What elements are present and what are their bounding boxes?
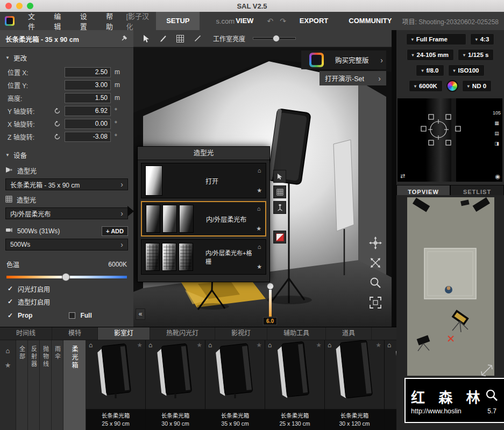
tab-studio-lights[interactable]: 影室灯 — [98, 327, 150, 340]
iso-dropdown[interactable]: ▾ISO100 — [448, 64, 485, 76]
viewport-3d[interactable]: 工作室亮度 — [133, 30, 392, 327]
select-tool-icon[interactable] — [141, 34, 151, 44]
category-umbrellas[interactable]: 雨伞 — [52, 340, 63, 430]
reset-rotation-icon[interactable] — [54, 108, 65, 114]
tab-continuous-lights[interactable]: 影视灯 — [215, 327, 267, 340]
color-wheel-icon[interactable] — [446, 80, 458, 92]
open-demo-set-button[interactable]: 打开演示-Set › — [320, 71, 386, 85]
menu-help[interactable]: 帮助 — [99, 11, 125, 31]
tab-speedlights[interactable]: 热靴闪光灯 — [150, 327, 215, 340]
slider-knob[interactable] — [273, 35, 280, 42]
category-parabolic[interactable]: 抛物线 — [40, 340, 52, 430]
tab-model[interactable]: 模特 — [52, 327, 98, 340]
tab-tools[interactable]: 辅助工具 — [267, 327, 326, 340]
modeling-enabled-checkbox[interactable]: ✓ 造型灯启用 — [0, 293, 133, 306]
section-transform[interactable]: ▼ 更改 — [0, 48, 133, 66]
star-icon[interactable]: ★ — [257, 263, 262, 270]
tab-timeline[interactable]: 时间线 — [0, 327, 52, 340]
aspect-ratio-dropdown[interactable]: ▾4:3 — [470, 33, 495, 45]
orbit-tool-icon[interactable] — [368, 255, 383, 270]
reset-rotation-icon[interactable] — [54, 133, 65, 140]
split-view-icon[interactable]: ◨ — [494, 141, 499, 146]
color-temperature-slider[interactable] — [6, 273, 127, 281]
home-icon[interactable]: ⌂ — [6, 347, 10, 355]
collapse-panel-button[interactable]: « — [136, 309, 145, 320]
section-equipment[interactable]: ▼ 设备 — [0, 145, 133, 163]
softbox-card[interactable]: ⌂ ★ 长条柔光箱30 x 120 cm — [325, 340, 384, 430]
home-icon[interactable]: ⌂ — [208, 341, 212, 349]
diffuser-option-open[interactable]: 打开 ⌂ ★ — [141, 163, 266, 198]
softbox-card[interactable]: ⌂ ★ 长条柔光箱35 x 90 cm — [205, 340, 265, 430]
focus-target-icon[interactable]: ◉ — [495, 173, 500, 180]
light-intensity-slider[interactable]: 6.0 — [266, 283, 274, 325]
grid-view-icon[interactable] — [175, 34, 185, 44]
category-all[interactable]: 全部 — [16, 340, 28, 430]
aperture-dropdown[interactable]: ▾f/8.0 — [416, 64, 444, 76]
star-icon[interactable]: ★ — [316, 341, 322, 349]
menu-settings[interactable]: 设置 — [73, 11, 99, 31]
height-input[interactable] — [65, 93, 111, 103]
white-balance-dropdown[interactable]: ▾6000K — [409, 80, 443, 92]
position-x-input[interactable] — [65, 67, 111, 77]
star-icon[interactable]: ★ — [196, 341, 202, 349]
buy-full-version-button[interactable]: 购买完整版 › — [301, 51, 386, 69]
sensor-format-dropdown[interactable]: ▾Full Frame — [406, 33, 466, 45]
lens-dropdown[interactable]: ▾24-105 mm — [407, 49, 454, 61]
histogram-icon[interactable]: ▤ — [494, 131, 499, 136]
tab-props[interactable]: 道具 — [326, 327, 372, 340]
home-icon[interactable]: ⌂ — [387, 341, 391, 349]
studio-brightness-slider[interactable] — [253, 37, 296, 40]
reset-rotation-icon[interactable] — [54, 120, 65, 127]
rotate-z-input[interactable] — [65, 132, 111, 142]
collapse-triangle-icon[interactable]: ▼ — [5, 153, 10, 157]
diffuser-option-inner-outer[interactable]: 内/外层柔光布 ⌂ ★ — [141, 201, 266, 236]
menu-edit[interactable]: 编辑 — [47, 11, 73, 31]
home-icon[interactable]: ⌂ — [328, 341, 331, 349]
redo-icon[interactable]: ↷ — [276, 17, 289, 25]
star-icon[interactable]: ★ — [257, 187, 262, 194]
zoom-tool-icon[interactable] — [368, 275, 383, 290]
light-stand-tool-icon[interactable] — [273, 201, 286, 214]
swap-view-icon[interactable]: ⇄ — [400, 173, 405, 180]
background-color-tool-icon[interactable] — [273, 231, 286, 243]
move-tool-icon[interactable] — [368, 235, 383, 250]
tab-view[interactable]: VIEW — [236, 12, 264, 30]
fit-view-icon[interactable] — [368, 295, 383, 310]
category-softboxes[interactable]: 柔光箱 — [63, 340, 86, 430]
paint-tool-icon[interactable] — [158, 34, 168, 44]
nd-filter-dropdown[interactable]: ▾ND 0 — [462, 80, 492, 92]
line-tool-icon[interactable] — [193, 34, 202, 44]
flash-enabled-checkbox[interactable]: ✓ 闪光灯启用 — [0, 281, 133, 293]
home-icon[interactable]: ⌂ — [258, 167, 261, 174]
home-icon[interactable]: ⌂ — [268, 341, 272, 349]
rotate-y-input[interactable] — [65, 106, 111, 116]
softbox-card[interactable]: ⌂ ★ 长条柔光箱25 x 130 cm — [265, 340, 324, 430]
full-checkbox[interactable]: ✓ Full — [61, 306, 99, 320]
star-icon[interactable]: ★ — [256, 225, 261, 232]
add-light-button[interactable]: + ADD — [102, 226, 128, 236]
camera-preview[interactable]: 105 ▦ ▤ ◨ ⇄ ◉ — [397, 98, 502, 182]
tab-export[interactable]: EXPORT — [289, 12, 338, 30]
star-icon[interactable]: ★ — [5, 361, 11, 369]
prop-checkbox[interactable]: ✓ Prop — [0, 306, 40, 320]
position-y-input[interactable] — [65, 80, 111, 90]
softbox-card[interactable]: ⌂ ★ 长条柔光箱3 — [385, 340, 396, 430]
diffuser-option-inner-outer-grid[interactable]: 内/外层柔光布+格栅 ⌂ ★ — [141, 239, 266, 275]
menu-file[interactable]: 文件 — [21, 11, 47, 31]
pointer-tool-icon[interactable] — [273, 170, 286, 183]
intensity-knob[interactable] — [267, 283, 274, 290]
star-icon[interactable]: ★ — [256, 341, 262, 349]
home-icon[interactable]: ⌂ — [257, 205, 261, 212]
color-temperature-knob[interactable] — [62, 273, 70, 281]
pin-icon[interactable] — [120, 34, 128, 44]
rotate-x-input[interactable] — [65, 119, 111, 129]
star-icon[interactable]: ★ — [137, 341, 143, 349]
diffuser-dropdown[interactable]: 内/外层柔光布 › — [5, 207, 128, 219]
home-icon[interactable]: ⌂ — [148, 341, 152, 349]
collapse-triangle-icon[interactable]: ▼ — [5, 55, 10, 60]
undo-icon[interactable]: ↶ — [264, 17, 276, 25]
shutter-dropdown[interactable]: ▾1/125 s — [458, 49, 494, 61]
home-icon[interactable]: ⌂ — [258, 243, 261, 250]
grid-overlay-icon[interactable]: ▦ — [494, 120, 499, 126]
tab-setup[interactable]: SETUP — [156, 12, 200, 30]
